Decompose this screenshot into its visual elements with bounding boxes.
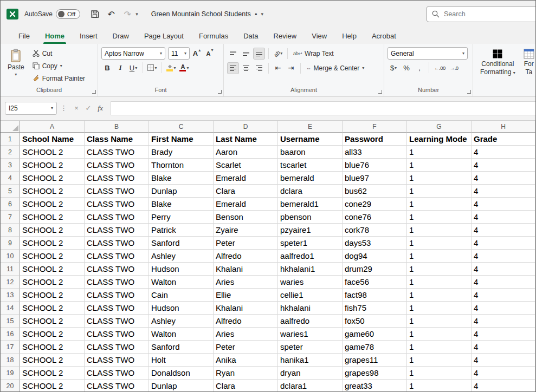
- cell-F11[interactable]: drum29: [343, 263, 407, 276]
- cell-C18[interactable]: Holt: [149, 354, 214, 367]
- cell-E11[interactable]: hkhalani1: [278, 263, 343, 276]
- enter-button[interactable]: ✓: [82, 102, 94, 114]
- cell-B4[interactable]: CLASS TWO: [85, 172, 149, 185]
- cell-F6[interactable]: cone29: [343, 198, 407, 211]
- row-header-4[interactable]: 4: [1, 172, 20, 185]
- tab-home[interactable]: Home: [38, 28, 72, 44]
- search-box[interactable]: Search: [426, 6, 536, 22]
- cell-C9[interactable]: Sanford: [149, 237, 214, 250]
- cell-G7[interactable]: 1: [407, 211, 472, 224]
- cell-G4[interactable]: 1: [407, 172, 472, 185]
- cell-E19[interactable]: dryan: [278, 367, 343, 380]
- cell-G11[interactable]: 1: [407, 263, 472, 276]
- cell-G15[interactable]: 1: [407, 315, 472, 328]
- cell-H4[interactable]: 4: [472, 172, 535, 185]
- cell-C12[interactable]: Walton: [149, 276, 214, 289]
- cell-C8[interactable]: Patrick: [149, 224, 214, 237]
- cell-H10[interactable]: 4: [472, 250, 535, 263]
- cell-B19[interactable]: CLASS TWO: [85, 367, 149, 380]
- cell-E20[interactable]: dclara1: [278, 380, 343, 391]
- redo-button[interactable]: ↷: [120, 7, 134, 21]
- cell-F8[interactable]: cork78: [343, 224, 407, 237]
- cell-A12[interactable]: SCHOOL 2: [20, 276, 85, 289]
- excel-logo-icon[interactable]: [6, 8, 19, 21]
- paste-button[interactable]: Paste ▾: [4, 47, 28, 79]
- cell-A18[interactable]: SCHOOL 2: [20, 354, 85, 367]
- cell-D5[interactable]: Clara: [214, 185, 278, 198]
- cell-C2[interactable]: Brady: [149, 146, 214, 159]
- font-color-button[interactable]: A ▾: [178, 62, 190, 74]
- cell-G19[interactable]: 1: [407, 367, 472, 380]
- cell-C6[interactable]: Blake: [149, 198, 214, 211]
- cell-D19[interactable]: Ryan: [214, 367, 278, 380]
- cell-E14[interactable]: hkhalani: [278, 302, 343, 315]
- autosave-switch[interactable]: Off: [56, 9, 80, 19]
- cell-D6[interactable]: Emerald: [214, 198, 278, 211]
- cell-E2[interactable]: baaron: [278, 146, 343, 159]
- row-header-20[interactable]: 20: [1, 380, 20, 391]
- cell-H13[interactable]: 4: [472, 289, 535, 302]
- cell-E15[interactable]: aalfredo: [278, 315, 343, 328]
- fill-color-button[interactable]: ▾: [165, 62, 177, 74]
- cell-C20[interactable]: Dunlap: [149, 380, 214, 391]
- row-header-9[interactable]: 9: [1, 237, 20, 250]
- tab-acrobat[interactable]: Acrobat: [365, 28, 403, 44]
- cell-F20[interactable]: great33: [343, 380, 407, 391]
- cell-D13[interactable]: Ellie: [214, 289, 278, 302]
- cell-A14[interactable]: SCHOOL 2: [20, 302, 85, 315]
- tab-draw[interactable]: Draw: [106, 28, 136, 44]
- cell-C5[interactable]: Dunlap: [149, 185, 214, 198]
- column-header-H[interactable]: H: [472, 121, 535, 133]
- copy-button[interactable]: Copy ▾: [30, 60, 87, 72]
- row-header-13[interactable]: 13: [1, 289, 20, 302]
- cell-C4[interactable]: Blake: [149, 172, 214, 185]
- tab-help[interactable]: Help: [335, 28, 364, 44]
- underline-button[interactable]: U▾: [127, 62, 139, 74]
- cell-C3[interactable]: Thornton: [149, 159, 214, 172]
- cell-D18[interactable]: Anika: [214, 354, 278, 367]
- align-left-button[interactable]: [227, 62, 239, 74]
- number-dialog-launcher-icon[interactable]: [467, 90, 471, 94]
- cell-E5[interactable]: dclara: [278, 185, 343, 198]
- cell-G13[interactable]: 1: [407, 289, 472, 302]
- cell-C7[interactable]: Perry: [149, 211, 214, 224]
- cell-C17[interactable]: Sanford: [149, 341, 214, 354]
- cell-G17[interactable]: 1: [407, 341, 472, 354]
- row-header-5[interactable]: 5: [1, 185, 20, 198]
- align-center-button[interactable]: [240, 62, 252, 74]
- column-header-E[interactable]: E: [278, 121, 343, 133]
- cell-E16[interactable]: waries1: [278, 328, 343, 341]
- cell-H1[interactable]: Grade: [472, 133, 535, 146]
- cell-D14[interactable]: Khalani: [214, 302, 278, 315]
- accounting-format-button[interactable]: $▾: [388, 62, 399, 74]
- cell-F12[interactable]: face56: [343, 276, 407, 289]
- cell-B8[interactable]: CLASS TWO: [85, 224, 149, 237]
- cell-D8[interactable]: Zyaire: [214, 224, 278, 237]
- cell-H20[interactable]: 4: [472, 380, 535, 391]
- cell-E1[interactable]: Username: [278, 133, 343, 146]
- increase-decimal-button[interactable]: ←.00: [432, 62, 447, 74]
- formula-input[interactable]: [111, 101, 535, 115]
- row-header-2[interactable]: 2: [1, 146, 20, 159]
- cell-A5[interactable]: SCHOOL 2: [20, 185, 85, 198]
- row-header-14[interactable]: 14: [1, 302, 20, 315]
- cell-B13[interactable]: CLASS TWO: [85, 289, 149, 302]
- cell-D3[interactable]: Scarlet: [214, 159, 278, 172]
- cell-A8[interactable]: SCHOOL 2: [20, 224, 85, 237]
- cell-F14[interactable]: fish75: [343, 302, 407, 315]
- row-header-7[interactable]: 7: [1, 211, 20, 224]
- cell-G10[interactable]: 1: [407, 250, 472, 263]
- cell-F16[interactable]: game60: [343, 328, 407, 341]
- cell-A11[interactable]: SCHOOL 2: [20, 263, 85, 276]
- autosave-toggle[interactable]: AutoSave Off: [24, 9, 80, 19]
- tab-data[interactable]: Data: [236, 28, 265, 44]
- cell-B16[interactable]: CLASS TWO: [85, 328, 149, 341]
- middle-align-button[interactable]: [240, 48, 252, 60]
- cell-G5[interactable]: 1: [407, 185, 472, 198]
- cell-D11[interactable]: Khalani: [214, 263, 278, 276]
- undo-button[interactable]: ↶: [104, 7, 118, 21]
- cell-A13[interactable]: SCHOOL 2: [20, 289, 85, 302]
- borders-button[interactable]: ▾: [146, 62, 158, 74]
- cell-A7[interactable]: SCHOOL 2: [20, 211, 85, 224]
- cell-H12[interactable]: 4: [472, 276, 535, 289]
